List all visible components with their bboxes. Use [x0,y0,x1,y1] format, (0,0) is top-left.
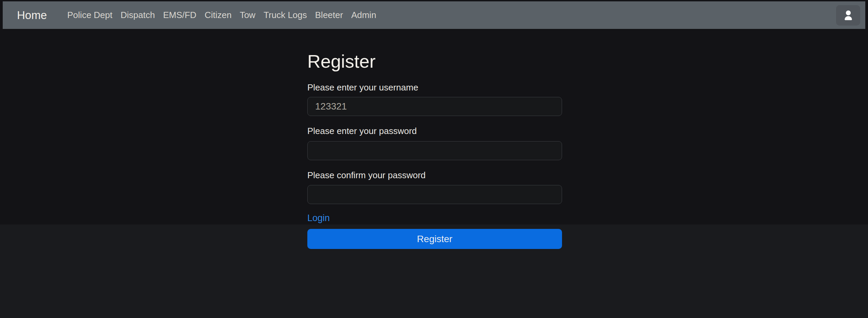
password-input[interactable] [307,141,562,160]
register-button[interactable]: Register [307,229,562,249]
nav-item-tow[interactable]: Tow [236,10,259,20]
nav-item-ems-fd[interactable]: EMS/FD [159,10,200,20]
password-label: Please enter your password [307,124,417,138]
page-title: Register [307,50,376,72]
username-input[interactable] [307,97,562,116]
person-icon [842,9,855,22]
main-section: Home Police Dept Dispatch EMS/FD Citizen… [0,0,868,224]
confirm-password-input[interactable] [307,185,562,204]
login-link[interactable]: Login [307,213,330,223]
confirm-password-label: Please confirm your password [307,169,426,182]
nav-item-dispatch[interactable]: Dispatch [116,10,159,20]
navbar-brand-home[interactable]: Home [17,9,47,22]
nav-item-citizen[interactable]: Citizen [200,10,235,20]
register-form: Register Please enter your username Plea… [307,0,562,318]
username-label: Please enter your username [307,81,418,94]
nav-item-truck-logs[interactable]: Truck Logs [259,10,311,20]
profile-button[interactable] [836,5,860,26]
nav-item-police-dept[interactable]: Police Dept [63,10,116,20]
